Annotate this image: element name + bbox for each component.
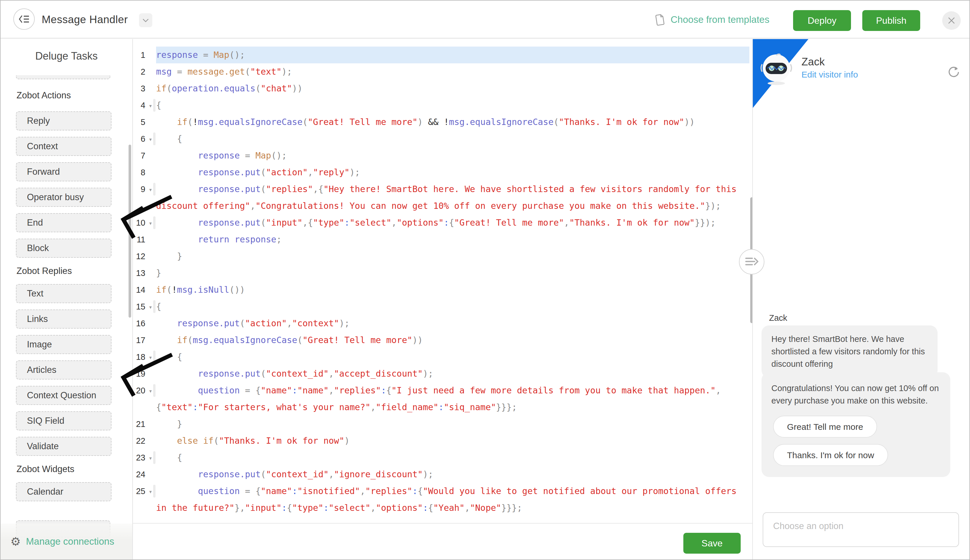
expand-panel-icon xyxy=(745,256,759,267)
code-line-9[interactable]: 9▾ response.put("replies",{"Hey there! S… xyxy=(133,181,749,214)
chevron-down-icon xyxy=(142,18,149,22)
code-text[interactable]: response = Map(); xyxy=(156,147,749,164)
code-text[interactable]: question = {"name":"name","replies":{"I … xyxy=(156,382,749,416)
code-line-22[interactable]: 22 else if("Thanks. I'm ok for now") xyxy=(133,432,749,449)
code-text[interactable]: { xyxy=(156,130,749,147)
collapse-panel-button[interactable] xyxy=(739,249,764,275)
close-button[interactable] xyxy=(942,11,961,30)
chat-option-input[interactable] xyxy=(763,512,959,547)
code-text[interactable]: if(msg.equalsIgnoreCase("Great! Tell me … xyxy=(156,332,749,348)
fold-toggle-icon[interactable]: ▾ xyxy=(149,131,152,148)
deploy-button[interactable]: Deploy xyxy=(793,10,851,31)
task-button-forward[interactable]: Forward xyxy=(16,162,112,182)
publish-button[interactable]: Publish xyxy=(862,10,920,31)
code-line-23[interactable]: 23▾ { xyxy=(133,449,749,466)
reply-option-thanks-i-m-ok-for-now[interactable]: Thanks. I'm ok for now xyxy=(773,444,888,466)
code-line-5[interactable]: 5 if(!msg.equalsIgnoreCase("Great! Tell … xyxy=(133,114,749,130)
task-button-context-question[interactable]: Context Question xyxy=(16,386,112,405)
task-button-siq-field[interactable]: SIQ Field xyxy=(16,411,112,430)
code-line-17[interactable]: 17 if(msg.equalsIgnoreCase("Great! Tell … xyxy=(133,332,749,348)
code-text[interactable]: response.put("action","context"); xyxy=(156,315,749,332)
task-button-operator-busy[interactable]: Operator busy xyxy=(16,188,112,207)
code-text[interactable]: if(!msg.isNull()) xyxy=(156,282,749,298)
code-line-4[interactable]: 4▾{ xyxy=(133,97,749,114)
fold-strip xyxy=(153,99,156,112)
code-text[interactable]: if(operation.equals("chat")) xyxy=(156,80,749,97)
task-button-context[interactable]: Context xyxy=(16,137,112,156)
task-button-block[interactable]: Block xyxy=(16,238,112,258)
fold-toggle-icon[interactable]: ▾ xyxy=(149,483,152,500)
code-line-1[interactable]: 1response = Map(); xyxy=(133,47,749,63)
choose-from-templates-link[interactable]: Choose from templates xyxy=(654,12,769,28)
task-button-end[interactable]: End xyxy=(16,213,112,232)
task-button-image[interactable]: Image xyxy=(16,335,112,354)
code-text[interactable]: return response; xyxy=(156,231,749,248)
code-text[interactable]: msg = message.get("text"); xyxy=(156,63,749,80)
code-text[interactable]: question = {"name":"isnotified","replies… xyxy=(156,483,749,516)
save-button[interactable]: Save xyxy=(683,533,741,553)
fold-strip xyxy=(153,183,156,195)
code-text[interactable]: } xyxy=(156,265,749,282)
code-text[interactable]: if(!msg.equalsIgnoreCase("Great! Tell me… xyxy=(156,114,749,130)
fold-toggle-icon[interactable]: ▾ xyxy=(149,349,152,366)
task-button-validate[interactable]: Validate xyxy=(16,437,112,456)
back-to-list-button[interactable] xyxy=(13,8,35,30)
code-line-10[interactable]: 10▾ response.put("input",{"type":"select… xyxy=(133,214,749,231)
refresh-preview-button[interactable] xyxy=(947,66,960,78)
code-line-20[interactable]: 20▾ question = {"name":"name","replies":… xyxy=(133,382,749,416)
task-button-calendar[interactable]: Calendar xyxy=(16,482,112,501)
code-text[interactable]: } xyxy=(156,416,749,432)
code-text[interactable]: response.put("action","reply"); xyxy=(156,164,749,181)
code-text[interactable]: else if("Thanks. I'm ok for now") xyxy=(156,432,749,449)
code-text[interactable]: { xyxy=(156,97,749,114)
title-dropdown-button[interactable] xyxy=(139,13,152,27)
code-line-19[interactable]: 19 response.put("context_id","accept_dis… xyxy=(133,365,749,382)
gear-icon: ⚙ xyxy=(10,536,21,547)
edit-visitor-info-link[interactable]: Edit visitor info xyxy=(801,70,858,80)
code-editor[interactable]: 1response = Map();2msg = message.get("te… xyxy=(133,39,753,559)
code-line-15[interactable]: 15▾{ xyxy=(133,298,749,315)
refresh-icon xyxy=(947,66,960,78)
line-number: 11 xyxy=(133,231,156,248)
fold-toggle-icon[interactable]: ▾ xyxy=(149,299,152,316)
task-button-partial-top[interactable] xyxy=(16,75,110,79)
code-line-3[interactable]: 3if(operation.equals("chat")) xyxy=(133,80,749,97)
code-line-2[interactable]: 2msg = message.get("text"); xyxy=(133,63,749,80)
code-text[interactable]: } xyxy=(156,248,749,265)
fold-toggle-icon[interactable]: ▾ xyxy=(149,215,152,232)
code-line-18[interactable]: 18▾ { xyxy=(133,348,749,365)
code-line-13[interactable]: 13} xyxy=(133,265,749,282)
code-line-16[interactable]: 16 response.put("action","context"); xyxy=(133,315,749,332)
code-line-12[interactable]: 12 } xyxy=(133,248,749,265)
line-number: 19 xyxy=(133,365,156,382)
sidebar-scrollbar[interactable] xyxy=(129,145,131,318)
bot-message-bubble: Hey there! SmartBot here. We have shortl… xyxy=(761,325,938,378)
code-line-14[interactable]: 14if(!msg.isNull()) xyxy=(133,282,749,298)
code-line-6[interactable]: 6▾ { xyxy=(133,130,749,147)
code-text[interactable]: response.put("context_id","ignore_discou… xyxy=(156,466,749,483)
code-text[interactable]: response.put("input",{"type":"select","o… xyxy=(156,214,749,231)
reply-option-great-tell-me-more[interactable]: Great! Tell me more xyxy=(773,416,877,438)
fold-strip xyxy=(153,451,156,464)
code-line-7[interactable]: 7 response = Map(); xyxy=(133,147,749,164)
task-button-articles[interactable]: Articles xyxy=(16,360,112,380)
manage-connections-link[interactable]: Manage connections xyxy=(26,536,114,547)
code-text[interactable]: response.put("context_id","accept_discou… xyxy=(156,365,749,382)
code-text[interactable]: { xyxy=(156,449,749,466)
task-button-reply[interactable]: Reply xyxy=(16,112,112,130)
code-text[interactable]: { xyxy=(156,348,749,365)
code-text[interactable]: response = Map(); xyxy=(156,47,749,63)
code-text[interactable]: response.put("replies",{"Hey there! Smar… xyxy=(156,181,749,214)
fold-toggle-icon[interactable]: ▾ xyxy=(149,383,152,400)
fold-toggle-icon[interactable]: ▾ xyxy=(149,450,152,467)
task-button-links[interactable]: Links xyxy=(16,310,112,328)
code-line-21[interactable]: 21 } xyxy=(133,416,749,432)
fold-toggle-icon[interactable]: ▾ xyxy=(149,182,152,198)
fold-toggle-icon[interactable]: ▾ xyxy=(149,98,152,115)
code-line-25[interactable]: 25▾ question = {"name":"isnotified","rep… xyxy=(133,483,749,516)
code-line-8[interactable]: 8 response.put("action","reply"); xyxy=(133,164,749,181)
task-button-text[interactable]: Text xyxy=(16,284,112,303)
code-line-24[interactable]: 24 response.put("context_id","ignore_dis… xyxy=(133,466,749,483)
code-line-11[interactable]: 11 return response; xyxy=(133,231,749,248)
code-text[interactable]: { xyxy=(156,298,749,315)
